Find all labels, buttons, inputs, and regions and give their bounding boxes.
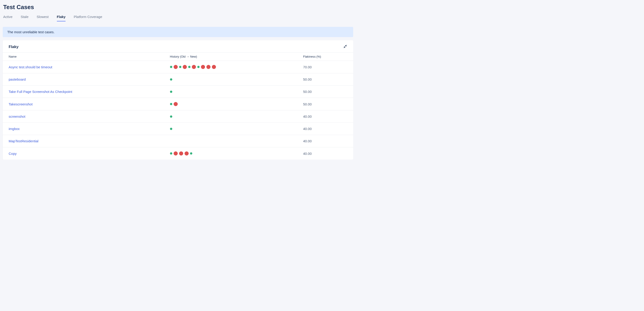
card-title-flaky: Flaky (9, 45, 18, 49)
pass-dot-icon (190, 152, 192, 155)
test-link[interactable]: Takescreenshot (9, 102, 32, 106)
tabs-bar: ActiveStaleSlowestFlakyPlatform Coverage (3, 15, 353, 22)
pass-dot-icon (197, 66, 200, 68)
history-dots (170, 102, 291, 106)
flaky-card: Flaky Name History (Old → New) Flakine (3, 40, 353, 160)
flakiness-value: 50.00 (303, 102, 312, 106)
fail-dot-icon (192, 65, 196, 69)
page-title: Test Cases (3, 4, 353, 11)
test-link[interactable]: Async test.should be timeout (9, 65, 52, 69)
fail-dot-icon (174, 151, 178, 156)
flakiness-value: 70.00 (303, 65, 312, 69)
table-row: Async test.should be timeout70.00 (3, 61, 353, 73)
flakiness-value: 40.00 (303, 139, 312, 143)
flakiness-value: 50.00 (303, 90, 312, 94)
pass-dot-icon (170, 152, 172, 155)
pass-dot-icon (188, 66, 190, 68)
flakiness-value: 40.00 (303, 115, 312, 118)
tab-stale[interactable]: Stale (21, 15, 28, 22)
table-row: pasteboard50.00 (3, 73, 353, 86)
pass-dot-icon (179, 66, 181, 68)
table-row: Copy40.00 (3, 147, 353, 160)
pass-dot-icon (170, 128, 172, 130)
flakiness-value: 50.00 (303, 77, 312, 81)
flakiness-value: 40.00 (303, 152, 312, 156)
history-dots (170, 91, 291, 93)
fail-dot-icon (184, 151, 189, 156)
table-row: screenshot40.00 (3, 110, 353, 123)
table-row: imgbox40.00 (3, 123, 353, 135)
tab-flaky[interactable]: Flaky (57, 15, 66, 22)
test-link[interactable]: Copy (9, 152, 16, 156)
column-header-name[interactable]: Name (3, 53, 164, 61)
history-dots (170, 128, 291, 130)
flaky-table: Name History (Old → New) Flakiness (%) A… (3, 52, 353, 160)
fail-dot-icon (201, 65, 205, 69)
fail-dot-icon (206, 65, 210, 69)
fail-dot-icon (212, 65, 216, 69)
history-dots (170, 65, 291, 69)
pass-dot-icon (170, 115, 172, 118)
history-dots (170, 115, 291, 118)
table-row: MapTestResidential40.00 (3, 135, 353, 147)
pass-dot-icon (170, 103, 172, 105)
fail-dot-icon (174, 65, 178, 69)
test-link[interactable]: imgbox (9, 127, 20, 131)
tab-platform-coverage[interactable]: Platform Coverage (74, 15, 102, 22)
history-dots (170, 78, 291, 81)
tab-active[interactable]: Active (3, 15, 12, 22)
fail-dot-icon (183, 65, 187, 69)
column-header-flakiness[interactable]: Flakiness (%) (297, 53, 354, 61)
test-link[interactable]: MapTestResidential (9, 139, 38, 143)
flakiness-value: 40.00 (303, 127, 312, 131)
test-link[interactable]: Take Full Page Screenshot As Checkpoint (9, 90, 72, 94)
table-row: Takescreenshot50.00 (3, 98, 353, 110)
info-banner: The most unreliable test cases. (3, 27, 353, 37)
pass-dot-icon (170, 66, 172, 68)
fail-dot-icon (179, 151, 183, 156)
fail-dot-icon (174, 102, 178, 106)
tab-slowest[interactable]: Slowest (37, 15, 49, 22)
pass-dot-icon (170, 91, 172, 93)
history-dots (170, 151, 291, 156)
test-link[interactable]: screenshot (9, 115, 25, 118)
table-row: Take Full Page Screenshot As Checkpoint5… (3, 86, 353, 98)
collapse-icon[interactable] (343, 44, 347, 49)
pass-dot-icon (170, 78, 172, 81)
column-header-history[interactable]: History (Old → New) (164, 53, 297, 61)
test-link[interactable]: pasteboard (9, 77, 26, 81)
